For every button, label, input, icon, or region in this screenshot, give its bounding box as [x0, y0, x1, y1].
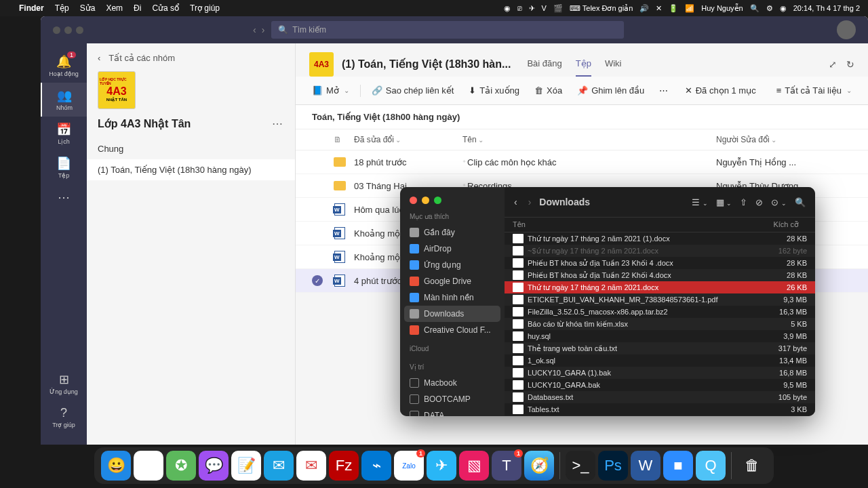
menubar-app[interactable]: Finder — [19, 3, 44, 13]
dock-item[interactable]: Zalo1 — [394, 451, 424, 481]
sidebar-item[interactable]: Màn hình nền — [400, 289, 505, 306]
rail-item[interactable]: 👥Nhóm — [41, 83, 87, 117]
list-item[interactable]: huy.sql3,9 MB — [505, 330, 815, 342]
group-icon[interactable]: ▦ ⌄ — [716, 197, 732, 207]
open-button[interactable]: 📘Mở⌄ — [307, 82, 355, 99]
siri-icon[interactable]: ◉ — [780, 4, 787, 13]
dock-item[interactable]: W — [631, 451, 660, 481]
list-item[interactable]: Phiếu BT khoa sử địa Tuần 22 Khối 4.docx… — [505, 269, 815, 281]
file-type-icon[interactable]: 🗎 — [334, 135, 342, 144]
dock-item[interactable]: 🧭 — [524, 451, 554, 481]
all-teams-link[interactable]: Tất cả các nhóm — [108, 53, 175, 63]
sidebar-item[interactable]: Macbook — [400, 375, 505, 391]
expand-icon[interactable]: ⤢ — [829, 59, 837, 70]
menu-item[interactable]: Xem — [106, 3, 123, 13]
sidebar-item[interactable]: Gần đây — [400, 224, 505, 241]
list-item[interactable]: Tables.txt3 KB — [505, 403, 815, 415]
refresh-icon[interactable]: ↻ — [846, 59, 854, 70]
channel-tab[interactable]: Bài đăng — [527, 52, 561, 77]
list-item[interactable]: FileZilla_3.52.0.5_macosx-x86.app.tar.bz… — [505, 306, 815, 318]
sidebar-item[interactable]: BOOTCAMP — [400, 391, 505, 407]
table-row[interactable]: 18 phút trước⁺Clip các môn học khácNguyễ… — [296, 150, 868, 174]
list-item[interactable]: Thứ tư ngày 17 tháng 2 năm 2021.docx26 K… — [505, 281, 815, 293]
channel-tab[interactable]: Tệp — [576, 52, 591, 77]
list-item[interactable]: Báo cáo từ khóa tìm kiếm.xlsx5 KB — [505, 318, 815, 330]
dock-item[interactable]: Q — [696, 451, 726, 481]
rail-item[interactable]: ⊞Ứng dụng — [41, 367, 87, 401]
dock-item[interactable]: ■ — [663, 451, 693, 481]
channel-tab[interactable]: Wiki — [605, 52, 622, 77]
dock-item[interactable]: >_ — [566, 451, 595, 481]
more-button[interactable]: ⋯ — [654, 82, 673, 99]
dock-item[interactable]: ✈ — [427, 451, 456, 481]
input-method[interactable]: ⌨ Telex Đơn giản — [570, 4, 633, 13]
status-icon[interactable]: ◉ — [504, 4, 511, 13]
dock-item[interactable]: ▧ — [459, 451, 489, 481]
dock-item[interactable]: 📝 — [231, 451, 261, 481]
rail-item[interactable]: ⋯ — [41, 184, 87, 211]
all-docs-button[interactable]: ≡ Tất cả Tài liệu⌄ — [771, 82, 857, 99]
dock-item[interactable]: ⌁ — [361, 451, 391, 481]
sidebar-item[interactable]: DATA — [400, 407, 505, 416]
list-item[interactable]: Thẻ trang web toàn cầu.txt317 byte — [505, 342, 815, 354]
window-traffic-lights[interactable] — [46, 26, 90, 34]
sidebar-item[interactable]: Google Drive — [400, 273, 505, 289]
status-icon[interactable]: 🎬 — [553, 4, 563, 13]
control-center-icon[interactable]: ⚙ — [766, 4, 773, 13]
rail-item[interactable]: 📅Lịch — [41, 117, 87, 150]
menu-item[interactable]: Cửa sổ — [152, 3, 179, 13]
rail-item[interactable]: 🔔Hoạt động1 — [41, 49, 87, 83]
clock[interactable]: 20:14, Th 4 17 thg 2 — [793, 4, 860, 12]
dock-item[interactable]: Ps — [598, 451, 628, 481]
wifi-icon[interactable]: 📶 — [685, 4, 694, 13]
breadcrumb[interactable]: Toán, Tiếng Việt (18h00 hàng ngày) — [296, 105, 868, 129]
copy-link-button[interactable]: 🔗Sao chép liên kết — [366, 82, 460, 99]
user-name[interactable]: Huy Nguyễn — [701, 4, 743, 13]
status-icon[interactable]: ✕ — [656, 4, 662, 13]
tag-icon[interactable]: ⊘ — [755, 197, 763, 207]
search-icon[interactable]: 🔍 — [750, 4, 760, 13]
list-item[interactable]: ETICKET_BUI_VAN_KHANH_MR_7383848573661-1… — [505, 293, 815, 306]
list-item[interactable]: Thứ tư ngày 17 tháng 2 năm 2021 (1).docx… — [505, 232, 815, 245]
sidebar-item[interactable]: Downloads — [404, 306, 500, 322]
dock-item[interactable]: ⠿ — [134, 451, 163, 481]
download-button[interactable]: ⬇Tải xuống — [463, 82, 525, 99]
action-icon[interactable]: ⊙ ⌄ — [771, 197, 787, 207]
clear-selection[interactable]: ✕ Đã chọn 1 mục — [679, 82, 762, 99]
status-icon[interactable]: ✈ — [529, 4, 535, 13]
volume-icon[interactable]: 🔊 — [639, 4, 649, 13]
avatar[interactable] — [837, 20, 856, 39]
menu-item[interactable]: Đi — [134, 3, 141, 13]
menu-item[interactable]: Tệp — [55, 3, 69, 13]
dock-item[interactable]: 🗑 — [737, 451, 767, 481]
rail-item[interactable]: 📄Tệp — [41, 150, 87, 184]
back-icon[interactable]: ‹ — [98, 53, 100, 63]
share-icon[interactable]: ⇧ — [740, 197, 747, 207]
list-item[interactable]: Databases.txt105 byte — [505, 391, 815, 403]
list-item[interactable]: FileZilla_3.51.0_macosx-x86.app.tar.bz21… — [505, 415, 815, 416]
channel-item[interactable]: (1) Toán, Tiếng Việt (18h30 hàng ngày) — [87, 159, 295, 180]
delete-button[interactable]: 🗑Xóa — [529, 82, 568, 99]
dock-item[interactable]: T1 — [492, 451, 521, 481]
list-item[interactable]: 1_ok.sql13,4 MB — [505, 354, 815, 367]
dock-item[interactable]: ✪ — [166, 451, 196, 481]
sidebar-item[interactable]: Ứng dụng — [400, 257, 505, 273]
list-item[interactable]: LUCKY10_GARA (1).bak16,8 MB — [505, 367, 815, 379]
dock-item[interactable]: 💬 — [199, 451, 229, 481]
status-icon[interactable]: V — [542, 4, 547, 12]
list-item[interactable]: ~$ứ tư ngày 17 tháng 2 năm 2021.docx162 … — [505, 245, 815, 257]
nav-back-icon[interactable]: ‹ — [514, 197, 517, 207]
search-input[interactable]: 🔍 Tìm kiếm — [271, 21, 624, 39]
dock-item[interactable]: 😀 — [101, 451, 131, 481]
team-more-icon[interactable]: ⋯ — [272, 117, 284, 130]
menu-item[interactable]: Trợ giúp — [190, 3, 220, 13]
sidebar-item[interactable]: Creative Cloud F... — [400, 322, 505, 338]
channel-item[interactable]: Chung — [87, 138, 295, 159]
dock-item[interactable]: ✉ — [296, 451, 326, 481]
battery-icon[interactable]: 🔋 — [669, 4, 678, 13]
nav-forward-icon[interactable]: › — [528, 197, 532, 207]
menu-item[interactable]: Sửa — [80, 3, 96, 13]
view-list-icon[interactable]: ☰ ⌄ — [692, 197, 708, 207]
pin-button[interactable]: 📌Ghim lên đầu — [572, 82, 650, 99]
list-item[interactable]: LUCKY10_GARA.bak9,5 MB — [505, 379, 815, 391]
